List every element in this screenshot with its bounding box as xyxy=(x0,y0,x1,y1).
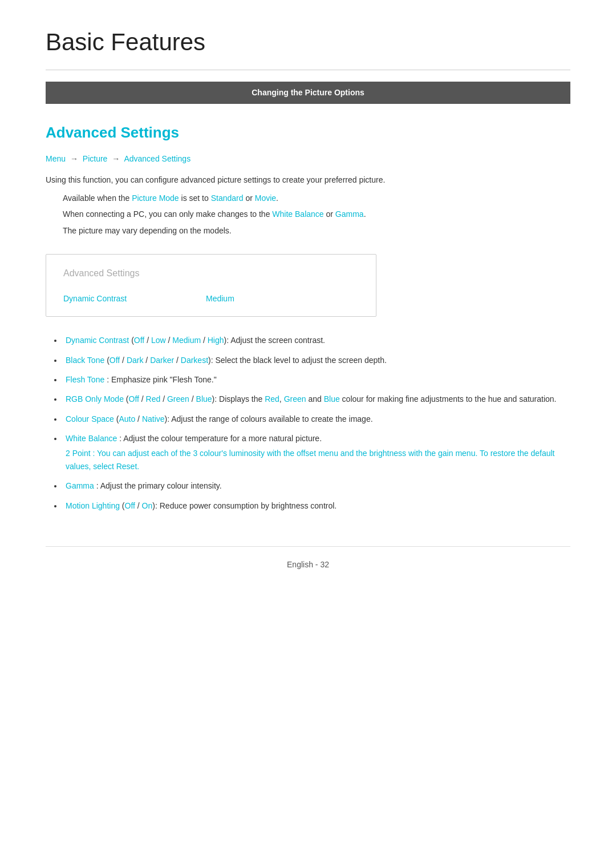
settings-row-dynamic-contrast: Dynamic Contrast Medium xyxy=(63,292,359,305)
breadcrumb-advanced: Advanced Settings xyxy=(124,154,191,163)
dynamic-contrast-value: Medium xyxy=(206,292,234,305)
list-item-colour-space: Colour Space (Auto / Native): Adjust the… xyxy=(63,413,570,425)
page-footer-text: English - 32 xyxy=(287,560,329,569)
item-label-dynamic-contrast: Dynamic Contrast xyxy=(66,336,129,345)
note-2: When connecting a PC, you can only make … xyxy=(63,208,570,220)
note-1: Available when the Picture Mode is set t… xyxy=(63,192,570,204)
item-label-white-balance: White Balance xyxy=(66,434,117,443)
item-label-flesh-tone: Flesh Tone xyxy=(66,375,104,384)
breadcrumb-menu: Menu xyxy=(46,154,66,163)
item-label-gamma: Gamma xyxy=(66,481,94,490)
settings-box: Advanced Settings Dynamic Contrast Mediu… xyxy=(46,254,376,317)
white-balance-subnote: 2 Point : You can adjust each of the 3 c… xyxy=(66,447,570,473)
note-3: The picture may vary depending on the mo… xyxy=(63,224,570,237)
breadcrumb-arrow2: → xyxy=(112,154,120,163)
list-item-gamma: Gamma : Adjust the primary colour intens… xyxy=(63,479,570,492)
features-list: Dynamic Contrast (Off / Low / Medium / H… xyxy=(57,334,570,512)
section-header-bar: Changing the Picture Options xyxy=(46,82,570,103)
list-item-black-tone: Black Tone (Off / Dark / Darker / Darkes… xyxy=(63,354,570,366)
settings-box-title: Advanced Settings xyxy=(63,266,359,281)
list-item-flesh-tone: Flesh Tone : Emphasize pink "Flesh Tone.… xyxy=(63,373,570,386)
item-label-motion-lighting: Motion Lighting xyxy=(66,501,120,510)
page-title: Basic Features xyxy=(46,23,570,70)
section-header-text: Changing the Picture Options xyxy=(252,88,364,97)
item-label-black-tone: Black Tone xyxy=(66,356,104,365)
item-label-colour-space: Colour Space xyxy=(66,414,114,424)
list-item-rgb-only-mode: RGB Only Mode (Off / Red / Green / Blue)… xyxy=(63,393,570,405)
intro-text: Using this function, you can configure a… xyxy=(46,174,570,186)
breadcrumb: Menu → Picture → Advanced Settings xyxy=(46,152,570,165)
list-item-motion-lighting: Motion Lighting (Off / On): Reduce power… xyxy=(63,499,570,512)
advanced-settings-heading: Advanced Settings xyxy=(46,121,570,145)
breadcrumb-arrow1: → xyxy=(70,154,78,163)
list-item-dynamic-contrast: Dynamic Contrast (Off / Low / Medium / H… xyxy=(63,334,570,346)
list-item-white-balance: White Balance : Adjust the colour temper… xyxy=(63,432,570,473)
page-footer: English - 32 xyxy=(46,546,570,571)
item-label-rgb-only-mode: RGB Only Mode xyxy=(66,394,124,404)
dynamic-contrast-label: Dynamic Contrast xyxy=(63,292,149,305)
breadcrumb-picture: Picture xyxy=(83,154,108,163)
